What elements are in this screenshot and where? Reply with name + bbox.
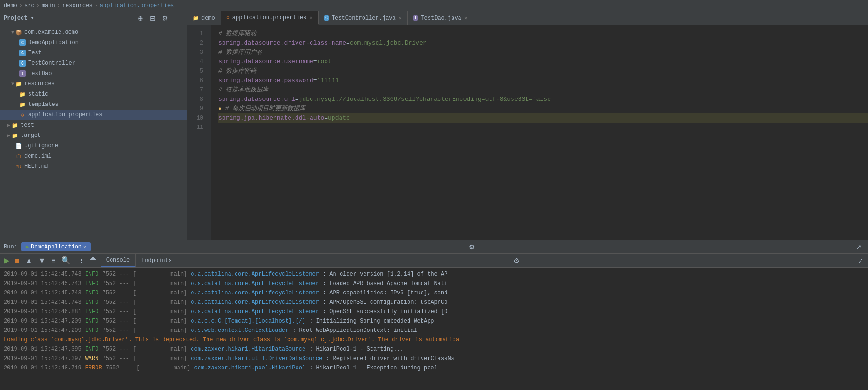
code-line-3: # 数据库用户名 <box>218 48 868 57</box>
align-button[interactable]: ≡ <box>49 255 57 266</box>
tree-item-demo-application[interactable]: C DemoApplication <box>0 38 187 48</box>
tab-close-controller[interactable]: ✕ <box>399 15 402 21</box>
gitignore-icon: 📄 <box>15 142 22 150</box>
tree-item-application-properties[interactable]: ⚙ application.properties <box>0 110 187 120</box>
scroll-down-button[interactable]: ▼ <box>37 255 48 266</box>
console-tabs: Console Endpoints <box>101 254 178 267</box>
properties-icon: ⚙ <box>19 111 26 119</box>
console-expand-button[interactable]: ⤢ <box>855 256 866 265</box>
project-sidebar: Project ▾ ⊕ ⊟ ⚙ — ▼ 📦 com.example.demo C… <box>0 11 187 240</box>
breadcrumb: demo › src › main › resources › applicat… <box>0 0 868 11</box>
code-line-1: # 数据库驱动 <box>218 29 868 38</box>
tree-item-static[interactable]: 📁 static <box>0 89 187 99</box>
tree-item-resources[interactable]: ▼ 📁 resources <box>0 79 187 89</box>
code-line-11 <box>218 123 868 132</box>
clear-button[interactable]: 🗑 <box>88 255 99 266</box>
java-class-icon-test: C <box>19 49 26 57</box>
run-tab-demo-app[interactable]: ▶ DemoApplication ✕ <box>21 242 91 251</box>
log-line: 2019-09-01 15:42:45.743 INFO 7552 --- [ … <box>0 270 868 279</box>
tree-item-com-example-demo[interactable]: ▼ 📦 com.example.demo <box>0 27 187 38</box>
java-class-icon: C <box>19 39 26 46</box>
console-output[interactable]: 2019-09-01 15:42:45.743 INFO 7552 --- [ … <box>0 268 868 390</box>
console-toolbar: ▶ ■ ▲ ▼ ≡ 🔍 🖨 🗑 Console Endpoints ⚙ ⤢ <box>0 254 868 268</box>
log-line: 2019-09-01 15:42:47.209 INFO 7552 --- [ … <box>0 326 868 335</box>
run-label: Run: <box>4 244 17 250</box>
log-line: 2019-09-01 15:42:47.395 INFO 7552 --- [ … <box>0 345 868 354</box>
add-file-button[interactable]: ⊕ <box>136 14 145 23</box>
log-line: 2019-09-01 15:42:47.397 WARN 7552 --- [ … <box>0 354 868 363</box>
run-app-name: DemoApplication <box>31 244 82 250</box>
minimize-button[interactable]: — <box>173 14 183 23</box>
tab-application-properties[interactable]: ⚙ application.properties ✕ <box>221 11 319 25</box>
stop-button[interactable]: ■ <box>13 255 22 266</box>
console-settings-button[interactable]: ⚙ <box>511 256 522 265</box>
java-interface-icon: I <box>19 70 26 77</box>
code-line-4: spring.datasource.username=root <box>218 57 868 67</box>
tree-item-target[interactable]: ▶ 📁 target <box>0 130 187 141</box>
tab-icon-dao: I <box>413 15 418 21</box>
endpoints-tab[interactable]: Endpoints <box>136 254 178 267</box>
tree-item-templates[interactable]: 📁 templates <box>0 99 187 110</box>
tree-item-test-folder[interactable]: ▶ 📁 test <box>0 120 187 130</box>
code-line-6: spring.datasource.password=111111 <box>218 76 868 85</box>
collapse-all-button[interactable]: ⊟ <box>148 14 157 23</box>
log-line: 2019-09-01 15:42:48.719 ERROR 7552 --- [… <box>0 363 868 373</box>
breadcrumb-src[interactable]: src <box>24 2 35 9</box>
tab-demo[interactable]: 📁 demo <box>187 11 221 25</box>
settings-button[interactable]: ⚙ <box>160 14 170 23</box>
log-line: 2019-09-01 15:42:45.743 INFO 7552 --- [ … <box>0 288 868 298</box>
code-line-10: spring.jpa.hibernate.ddl-auto=update <box>218 113 868 123</box>
code-content[interactable]: # 数据库驱动 spring.datasource.driver-class-n… <box>211 25 868 240</box>
line-numbers: 1 2 3 4 5 6 7 8 9 10 11 <box>187 25 211 240</box>
log-line-deprecated: Loading class `com.mysql.jdbc.Driver'. T… <box>0 335 868 345</box>
log-line: 2019-09-01 15:42:46.881 INFO 7552 --- [ … <box>0 307 868 316</box>
tree-item-gitignore[interactable]: 📄 .gitignore <box>0 141 187 151</box>
breadcrumb-demo[interactable]: demo <box>4 2 17 9</box>
log-line: 2019-09-01 15:42:45.743 INFO 7552 --- [ … <box>0 298 868 307</box>
folder-icon-templates: 📁 <box>19 101 26 108</box>
scroll-up-button[interactable]: ▲ <box>23 255 35 266</box>
breadcrumb-main[interactable]: main <box>42 2 55 9</box>
sidebar-actions: ⊕ ⊟ ⚙ — <box>136 14 183 23</box>
tab-close-props[interactable]: ✕ <box>309 15 312 21</box>
folder-icon-static: 📁 <box>19 90 26 98</box>
tab-icon-controller: C <box>324 15 329 21</box>
run-tab-close[interactable]: ✕ <box>83 244 86 250</box>
tree-item-testcontroller[interactable]: C TestController <box>0 58 187 68</box>
tree-item-test[interactable]: C Test <box>0 48 187 58</box>
console-tab[interactable]: Console <box>101 254 136 267</box>
print-button[interactable]: 🖨 <box>74 255 86 266</box>
code-line-9: ● # 每次启动项目时更新数据库 <box>218 104 868 113</box>
folder-icon-target: 📁 <box>11 132 19 139</box>
code-line-8: spring.datasource.url=jdbc:mysql://local… <box>218 95 868 104</box>
breadcrumb-resources[interactable]: resources <box>62 2 93 9</box>
code-line-5: # 数据库密码 <box>218 67 868 76</box>
code-line-2: spring.datasource.driver-class-name=com.… <box>218 38 868 48</box>
tab-bar: 📁 demo ⚙ application.properties ✕ C Test… <box>187 11 868 25</box>
tab-testcontroller[interactable]: C TestController.java ✕ <box>319 11 408 25</box>
file-tree: ▼ 📦 com.example.demo C DemoApplication C… <box>0 25 187 240</box>
breadcrumb-file[interactable]: application.properties <box>100 2 174 9</box>
package-icon: 📦 <box>15 29 22 36</box>
run-settings-button[interactable]: ⚙ <box>466 242 478 252</box>
java-class-icon-controller: C <box>19 60 26 67</box>
tab-icon-props: ⚙ <box>227 15 230 21</box>
filter-button[interactable]: 🔍 <box>59 255 73 266</box>
run-app-icon: ▶ <box>26 243 29 250</box>
tab-close-dao[interactable]: ✕ <box>464 15 467 21</box>
folder-icon-test: 📁 <box>11 121 19 129</box>
editor-area: 📁 demo ⚙ application.properties ✕ C Test… <box>187 11 868 240</box>
tab-testdao[interactable]: I TestDao.java ✕ <box>408 11 473 25</box>
play-button[interactable]: ▶ <box>2 255 11 266</box>
log-line: 2019-09-01 15:42:47.209 INFO 7552 --- [ … <box>0 316 868 326</box>
run-expand-button[interactable]: ⤢ <box>853 242 864 252</box>
tab-icon-demo: 📁 <box>193 15 199 21</box>
code-editor[interactable]: 1 2 3 4 5 6 7 8 9 10 11 # 数据库驱动 spring.d… <box>187 25 868 240</box>
iml-icon: ⬡ <box>15 152 22 160</box>
sidebar-header: Project ▾ ⊕ ⊟ ⚙ — <box>0 11 187 25</box>
tree-item-testdao[interactable]: I TestDao <box>0 68 187 79</box>
tree-item-demo-iml[interactable]: ⬡ demo.iml <box>0 151 187 161</box>
bottom-panel: Run: ▶ DemoApplication ✕ ⚙ ⤢ ▶ ■ ▲ ▼ ≡ 🔍… <box>0 240 868 390</box>
folder-icon-resources: 📁 <box>15 80 22 88</box>
tree-item-help-md[interactable]: M↓ HELP.md <box>0 161 187 172</box>
